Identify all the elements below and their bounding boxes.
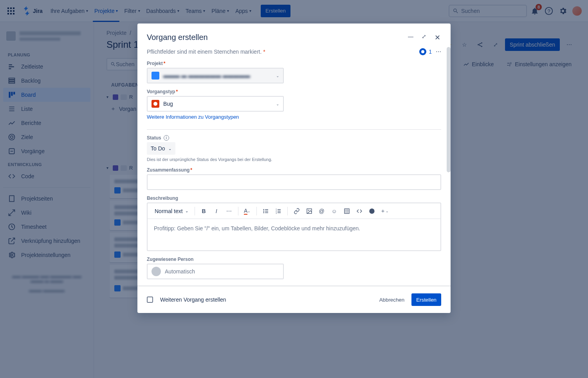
sidebar-issues[interactable]: Vorgänge: [3, 144, 90, 158]
nav-teams[interactable]: Teams▾: [182, 0, 208, 22]
issuetype-icon: [114, 251, 121, 258]
sidebar-add-shortcut[interactable]: Verknüpfung hinzufügen: [3, 234, 90, 248]
label-issuetype: Vorgangstyp*: [147, 89, 441, 94]
status-help: Dies ist der ursprüngliche Status des Vo…: [147, 157, 441, 162]
svg-rect-3: [7, 10, 9, 12]
nav-filters[interactable]: Filter▾: [121, 0, 143, 22]
complete-sprint-button[interactable]: Sprint abschließen: [505, 38, 560, 51]
svg-rect-22: [9, 148, 14, 154]
summary-input[interactable]: [147, 174, 441, 190]
status-select[interactable]: To Do⌄: [147, 142, 175, 155]
text-color-button[interactable]: A ⌄: [242, 205, 253, 217]
visibility-badge[interactable]: 1: [419, 48, 432, 55]
expand-icon[interactable]: ⤢: [420, 33, 428, 42]
create-another-label[interactable]: Weiteren Vorgang erstellen: [160, 297, 226, 303]
chevron-down-icon: ▾: [203, 9, 205, 13]
insert-button[interactable]: ＋⌄: [379, 205, 390, 217]
help-icon[interactable]: ?: [543, 5, 555, 17]
jira-logo[interactable]: Jira: [19, 6, 46, 16]
link-button[interactable]: [291, 205, 303, 217]
sidebar-wiki[interactable]: Wiki: [3, 206, 90, 220]
chevron-down-icon: ⌄: [276, 102, 279, 106]
nav-apps[interactable]: Apps▾: [232, 0, 254, 22]
insights-button[interactable]: Einblicke: [459, 58, 498, 71]
issuetype-icon: [114, 187, 121, 194]
star-icon[interactable]: ☆: [458, 38, 471, 51]
code-button[interactable]: [354, 205, 365, 217]
mention-button[interactable]: @: [316, 205, 328, 217]
svg-rect-15: [9, 80, 15, 81]
table-button[interactable]: [341, 205, 353, 217]
italic-button[interactable]: I: [211, 205, 222, 217]
minimize-icon[interactable]: —: [407, 33, 415, 42]
issuetype-info-link[interactable]: Weitere Informationen zu Vorgangstypen: [147, 114, 239, 120]
profile-avatar[interactable]: [571, 5, 583, 17]
fullscreen-icon[interactable]: ⤢: [489, 38, 502, 51]
chevron-down-icon: ▾: [86, 9, 88, 13]
settings-icon[interactable]: [557, 5, 569, 17]
share-icon[interactable]: [474, 38, 486, 51]
sidebar-list[interactable]: Liste: [3, 102, 90, 116]
cancel-button[interactable]: Abbrechen: [375, 293, 408, 306]
svg-rect-5: [13, 10, 14, 12]
chevron-down-icon: ▾: [249, 9, 251, 13]
more-icon[interactable]: ⋯: [436, 49, 441, 55]
sidebar-goals[interactable]: Ziele: [3, 130, 90, 144]
epic-icon: [113, 165, 118, 171]
sidebar-project-settings[interactable]: Projekteinstellungen: [3, 248, 90, 262]
text-style-select[interactable]: Normal text⌄: [152, 206, 191, 216]
chevron-down-icon: ▾: [177, 9, 179, 13]
epic-icon: [113, 94, 118, 100]
issuetype-select[interactable]: Bug⌄: [147, 96, 284, 112]
sidebar-backlog[interactable]: Backlog: [3, 74, 90, 88]
create-another-checkbox[interactable]: [147, 297, 153, 303]
assignee-select[interactable]: Automatisch: [147, 264, 284, 279]
svg-point-9: [545, 7, 552, 14]
close-icon[interactable]: ✕: [433, 33, 441, 42]
bold-button[interactable]: B: [198, 205, 210, 217]
app-switcher-icon[interactable]: [5, 5, 17, 17]
numbered-list-button[interactable]: 123: [272, 205, 284, 217]
info-icon[interactable]: i: [164, 135, 169, 141]
svg-rect-1: [10, 7, 12, 9]
create-issue-modal: Vorgang erstellen — ⤢ ✕ Pflichtfelder si…: [137, 24, 451, 313]
more-formatting-button[interactable]: ⋯: [223, 205, 235, 217]
notifications-icon[interactable]: 8: [528, 5, 541, 17]
svg-rect-23: [9, 196, 14, 202]
more-icon[interactable]: ⋯: [563, 38, 575, 51]
svg-rect-13: [9, 68, 11, 69]
description-editor: Normal text⌄ B I ⋯ A ⌄ 123 @ ☺ ＋⌄: [147, 203, 441, 251]
sidebar-pages[interactable]: Projektseiten: [3, 192, 90, 206]
editor-toolbar: Normal text⌄ B I ⋯ A ⌄ 123 @ ☺ ＋⌄: [148, 203, 440, 219]
submit-button[interactable]: Erstellen: [411, 293, 441, 306]
svg-rect-4: [10, 10, 12, 12]
bullet-list-button[interactable]: [260, 205, 272, 217]
image-button[interactable]: [303, 205, 315, 217]
create-button[interactable]: Erstellen: [261, 5, 290, 17]
svg-point-38: [369, 208, 374, 213]
global-search[interactable]: Suchen: [449, 5, 527, 17]
nav-plans[interactable]: Pläne▾: [208, 0, 232, 22]
sidebar-code[interactable]: Code: [3, 169, 90, 183]
sidebar-reports[interactable]: Berichte: [3, 116, 90, 130]
top-nav: Jira Ihre Aufgaben▾ Projekte▾ Filter▾ Da…: [0, 0, 588, 22]
nav-your-work[interactable]: Ihre Aufgaben▾: [47, 0, 91, 22]
svg-rect-7: [10, 13, 12, 14]
label-assignee: Zugewiesene Person: [147, 257, 441, 262]
search-placeholder: Suchen: [461, 8, 480, 14]
svg-text:?: ?: [547, 8, 550, 14]
project-select[interactable]: ▬▬▬ ▬ ▬▬▬▬▬▬ ▬▬▬▬▬⌄: [147, 68, 284, 83]
nav-dashboards[interactable]: Dashboards▾: [143, 0, 183, 22]
nav-projects[interactable]: Projekte▾: [91, 0, 121, 22]
emoji-button[interactable]: ☺: [328, 205, 340, 217]
project-header[interactable]: [3, 28, 90, 44]
sidebar-board[interactable]: Board: [3, 88, 90, 102]
info-panel-button[interactable]: [366, 205, 378, 217]
sidebar-timeline[interactable]: Zeitleiste: [3, 60, 90, 74]
scrollbar[interactable]: [447, 48, 451, 172]
svg-rect-2: [13, 7, 14, 9]
svg-rect-0: [7, 7, 9, 9]
editor-content[interactable]: Profitipp: Geben Sie "/" ein, um Tabelle…: [148, 219, 440, 250]
view-settings-button[interactable]: Einstellungen anzeigen: [502, 58, 575, 71]
sidebar-timesheet[interactable]: Timesheet: [3, 220, 90, 234]
